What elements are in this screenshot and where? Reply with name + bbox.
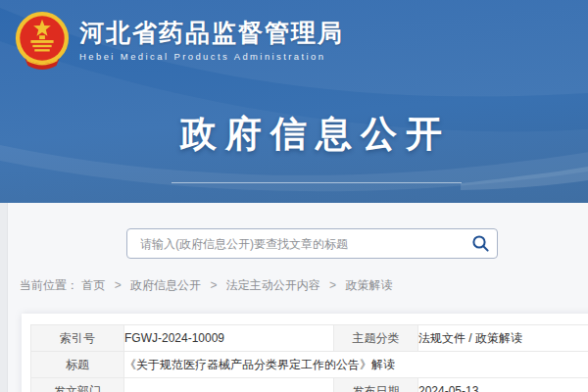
site-header-banner: 河北省药品监督管理局 Hebei Medical Products Admini… (0, 0, 588, 203)
site-title-en: Hebei Medical Products Administration (79, 51, 344, 62)
title-underline (172, 182, 462, 183)
topic-category-label: 主题分类 (334, 325, 418, 352)
breadcrumb-home[interactable]: 首页 (81, 278, 105, 292)
table-row: 标题 《关于规范医疗器械产品分类界定工作的公告》解读 (31, 352, 588, 378)
breadcrumb-separator: > (210, 278, 217, 292)
index-number-label: 索引号 (31, 325, 124, 352)
publish-date-value: 2024-05-13 (418, 378, 588, 392)
breadcrumb-prefix: 当前位置： (20, 278, 78, 292)
breadcrumb-gov-info[interactable]: 政府信息公开 (130, 278, 201, 292)
page-title: 政府信息公开 (0, 110, 588, 159)
breadcrumb-policy-interpretation[interactable]: 政策解读 (345, 278, 392, 292)
document-meta-card: 索引号 FGWJ-2024-10009 主题分类 法规文件 / 政策解读 标题 … (22, 314, 588, 392)
issuing-department-value (124, 378, 334, 392)
site-title-cn: 河北省药品监督管理局 (79, 19, 344, 47)
national-emblem-icon (14, 10, 71, 71)
site-brand[interactable]: 河北省药品监督管理局 Hebei Medical Products Admini… (14, 10, 344, 71)
search-input[interactable] (127, 229, 464, 258)
site-title-block: 河北省药品监督管理局 Hebei Medical Products Admini… (79, 19, 344, 62)
index-number-value: FGWJ-2024-10009 (124, 325, 334, 352)
topic-category-value: 法规文件 / 政策解读 (418, 325, 588, 352)
page-left-margin (0, 203, 8, 392)
breadcrumb: 当前位置： 首页 > 政府信息公开 > 法定主动公开内容 > 政策解读 (20, 277, 392, 294)
table-row: 索引号 FGWJ-2024-10009 主题分类 法规文件 / 政策解读 (31, 325, 588, 352)
document-title-label: 标题 (31, 352, 124, 378)
breadcrumb-statutory-disclosure[interactable]: 法定主动公开内容 (226, 278, 320, 292)
document-meta-table: 索引号 FGWJ-2024-10009 主题分类 法规文件 / 政策解读 标题 … (30, 324, 588, 392)
browser-viewport: 河北省药品监督管理局 Hebei Medical Products Admini… (0, 0, 588, 392)
breadcrumb-separator: > (115, 278, 122, 292)
table-row: 发文部门 发布日期 2024-05-13 (31, 378, 588, 392)
search-icon (471, 234, 490, 253)
article-search-box (126, 228, 498, 259)
issuing-department-label: 发文部门 (31, 378, 124, 392)
breadcrumb-separator: > (329, 278, 336, 292)
search-button[interactable] (464, 229, 497, 258)
document-title-value: 《关于规范医疗器械产品分类界定工作的公告》解读 (124, 352, 588, 378)
publish-date-label: 发布日期 (334, 378, 418, 392)
